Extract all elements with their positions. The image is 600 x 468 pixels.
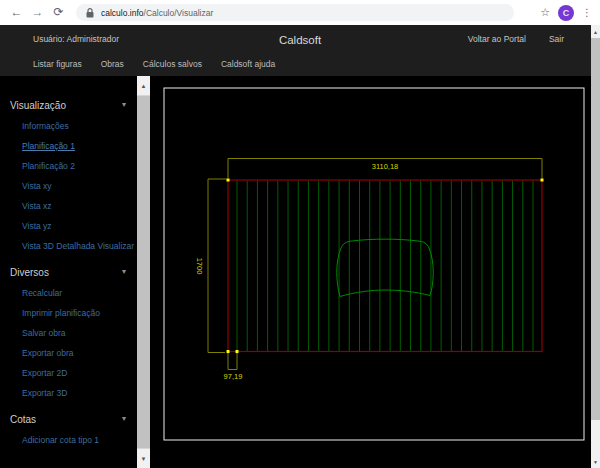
sidebar-item-planificacao-2[interactable]: Planificação 2	[10, 156, 150, 176]
dimension-marker	[236, 350, 239, 353]
sidebar-item-vista-3d-detalhada-visualizar[interactable]: Vista 3D Detalhada Visualizar	[10, 236, 150, 256]
nav-item-calculos-salvos[interactable]: Cálculos salvos	[143, 59, 202, 69]
sidebar-item-exportar-3d[interactable]: Exportar 3D	[10, 383, 150, 403]
sidebar-item-recalcular[interactable]: Recalcular	[10, 283, 150, 303]
drawing-canvas: 3110,18170097,19	[150, 76, 600, 468]
forward-icon[interactable]: →	[27, 0, 48, 25]
main-nav: Listar figurasObrasCálculos salvosCaldso…	[0, 51, 600, 76]
sidebar-item-planificacao-1[interactable]: Planificação 1	[10, 136, 150, 156]
dimension-marker	[227, 179, 230, 182]
canvas-frame	[164, 88, 584, 440]
dimension-marker	[227, 350, 230, 353]
plate-outline	[228, 180, 542, 352]
profile-avatar[interactable]: C	[558, 5, 574, 21]
dimension-marker	[541, 179, 544, 182]
sidebar-item-exportar-2d[interactable]: Exportar 2D	[10, 363, 150, 383]
voltar-ao-portal-link[interactable]: Voltar ao Portal	[468, 34, 526, 44]
sidebar-scroll-down-icon[interactable]: ▼	[137, 449, 150, 468]
url-path: /Calculo/Visualizar	[144, 8, 214, 18]
sair-link[interactable]: Sair	[549, 34, 564, 44]
chevron-down-icon: ▾	[122, 100, 126, 109]
address-bar[interactable]: calculo.info/Calculo/Visualizar	[76, 4, 514, 21]
page-scrollbar-thumb[interactable]	[591, 38, 600, 420]
browser-toolbar: ← → ⟳ calculo.info/Calculo/Visualizar ☆ …	[0, 0, 600, 25]
sidebar-item-exportar-obra[interactable]: Exportar obra	[10, 343, 150, 363]
page-scroll-down-icon[interactable]: ▼	[591, 455, 600, 468]
offset-dimension-label: 97,19	[224, 372, 243, 381]
back-icon[interactable]: ←	[6, 0, 27, 25]
sidebar-section-visualizacao[interactable]: Visualização▾	[10, 94, 150, 116]
sidebar-scrollbar[interactable]: ▲ ▼	[137, 76, 150, 468]
app-header: Usuário: Administrador Caldsoft Voltar a…	[0, 25, 600, 76]
sidebar-item-vista-yz[interactable]: Vista yz	[10, 216, 150, 236]
reload-icon[interactable]: ⟳	[48, 0, 69, 25]
nav-item-caldsoft-ajuda[interactable]: Caldsoft ajuda	[221, 59, 275, 69]
chevron-down-icon: ▾	[122, 267, 126, 276]
sidebar-item-vista-xz[interactable]: Vista xz	[10, 196, 150, 216]
sidebar-section-label: Visualização	[10, 100, 66, 111]
sidebar-section-label: Cotas	[10, 414, 36, 425]
browser-menu-icon[interactable]: ⋮	[582, 7, 592, 18]
sidebar-section-cotas[interactable]: Cotas▾	[10, 408, 150, 430]
bookmark-star-icon[interactable]: ☆	[540, 6, 550, 19]
page-scroll-up-icon[interactable]: ▲	[591, 25, 600, 38]
sidebar-item-salvar-obra[interactable]: Salvar obra	[10, 323, 150, 343]
sidebar-item-imprimir-planificacao[interactable]: Imprimir planificação	[10, 303, 150, 323]
url-domain: calculo.info	[101, 8, 144, 18]
sidebar-scroll-up-icon[interactable]: ▲	[137, 76, 150, 95]
sidebar-section-label: Diversos	[10, 267, 49, 278]
sidebar-scrollbar-thumb[interactable]	[137, 95, 150, 449]
sidebar-item-vista-xy[interactable]: Vista xy	[10, 176, 150, 196]
sidebar-section-diversos[interactable]: Diversos▾	[10, 261, 150, 283]
nav-item-obras[interactable]: Obras	[101, 59, 124, 69]
projected-shape	[337, 239, 434, 296]
height-dimension-label: 1700	[195, 258, 204, 275]
sidebar-item-informacoes[interactable]: Informações	[10, 116, 150, 136]
url-text: calculo.info/Calculo/Visualizar	[101, 8, 213, 18]
chevron-down-icon: ▾	[122, 414, 126, 423]
user-label: Usuário: Administrador	[33, 34, 119, 44]
sidebar-item-adicionar-cota-tipo-1[interactable]: Adicionar cota tipo 1	[10, 430, 150, 450]
sidebar: Visualização▾InformaçõesPlanificação 1Pl…	[0, 76, 150, 468]
page-scrollbar[interactable]: ▲ ▼	[591, 25, 600, 468]
width-dimension-label: 3110,18	[372, 162, 399, 171]
nav-item-listar-figuras[interactable]: Listar figuras	[33, 59, 82, 69]
planification-drawing: 3110,18170097,19	[150, 76, 600, 468]
lock-icon	[86, 8, 94, 18]
